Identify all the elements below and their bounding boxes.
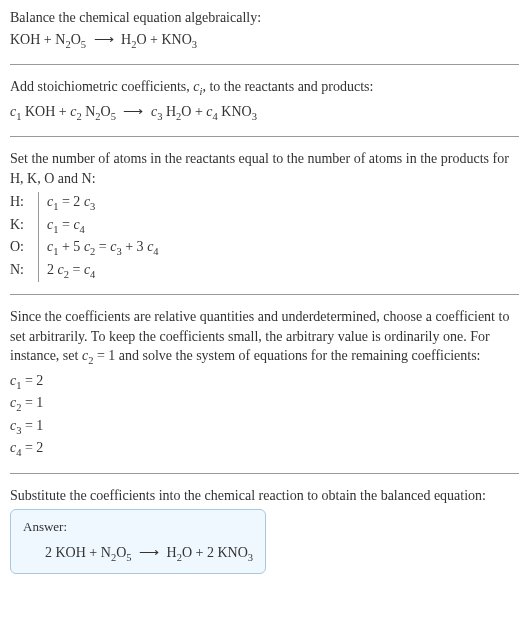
atom-label: H: bbox=[10, 192, 38, 212]
section-solve: Since the coefficients are relative quan… bbox=[10, 307, 519, 461]
arrow-icon: ⟶ bbox=[94, 32, 114, 47]
reactant-1: KOH bbox=[10, 32, 40, 47]
atom-row-O: O: c1 + 5 c2 = c3 + 3 c4 bbox=[10, 237, 519, 259]
atom-row-H: H: c1 = 2 c3 bbox=[10, 192, 519, 214]
balanced-equation: 2 KOH + N2O5 ⟶ H2O + 2 KNO3 bbox=[23, 543, 253, 565]
reactant-2: N2O5 bbox=[101, 545, 132, 560]
section-stoichiometric: Add stoichiometric coefficients, ci, to … bbox=[10, 77, 519, 124]
atom-equation: 2 c2 = c4 bbox=[38, 260, 95, 282]
answer-intro: Substitute the coefficients into the che… bbox=[10, 486, 519, 506]
coeff-c3: c3 = 1 bbox=[10, 416, 519, 438]
product-2: 2 KNO3 bbox=[207, 545, 253, 560]
divider bbox=[10, 64, 519, 65]
answer-box: Answer: 2 KOH + N2O5 ⟶ H2O + 2 KNO3 bbox=[10, 509, 266, 574]
plus: + bbox=[40, 32, 55, 47]
coeff-c2: c2 = 1 bbox=[10, 393, 519, 415]
atom-equation: c1 + 5 c2 = c3 + 3 c4 bbox=[38, 237, 159, 259]
coeff-equation: c1 KOH + c2 N2O5 ⟶ c3 H2O + c4 KNO3 bbox=[10, 102, 519, 124]
problem-intro: Balance the chemical equation algebraica… bbox=[10, 8, 519, 28]
reactant-2: N2O5 bbox=[55, 32, 86, 47]
atom-equations-table: H: c1 = 2 c3 K: c1 = c4 O: c1 + 5 c2 = c… bbox=[10, 192, 519, 282]
plus: + bbox=[147, 32, 162, 47]
section-answer: Substitute the coefficients into the che… bbox=[10, 486, 519, 574]
atom-label: K: bbox=[10, 215, 38, 235]
section-problem: Balance the chemical equation algebraica… bbox=[10, 8, 519, 52]
coefficient-solutions: c1 = 2 c2 = 1 c3 = 1 c4 = 2 bbox=[10, 371, 519, 461]
arrow-icon: ⟶ bbox=[139, 545, 159, 560]
reactant-1: 2 KOH bbox=[45, 545, 86, 560]
solve-intro: Since the coefficients are relative quan… bbox=[10, 307, 519, 369]
unbalanced-equation: KOH + N2O5 ⟶ H2O + KNO3 bbox=[10, 30, 519, 52]
arrow-icon: ⟶ bbox=[123, 104, 143, 119]
divider bbox=[10, 294, 519, 295]
stoich-intro: Add stoichiometric coefficients, ci, to … bbox=[10, 77, 519, 99]
atom-row-K: K: c1 = c4 bbox=[10, 215, 519, 237]
atom-row-N: N: 2 c2 = c4 bbox=[10, 260, 519, 282]
atom-balance-intro: Set the number of atoms in the reactants… bbox=[10, 149, 519, 188]
coeff-c1: c1 = 2 bbox=[10, 371, 519, 393]
answer-label: Answer: bbox=[23, 518, 253, 536]
atom-label: O: bbox=[10, 237, 38, 257]
atom-equation: c1 = c4 bbox=[38, 215, 85, 237]
product-2: KNO3 bbox=[161, 32, 197, 47]
atom-equation: c1 = 2 c3 bbox=[38, 192, 95, 214]
divider bbox=[10, 473, 519, 474]
product-1: H2O bbox=[167, 545, 193, 560]
product-1: H2O bbox=[121, 32, 147, 47]
section-atom-balance: Set the number of atoms in the reactants… bbox=[10, 149, 519, 282]
atom-label: N: bbox=[10, 260, 38, 280]
coeff-c4: c4 = 2 bbox=[10, 438, 519, 460]
divider bbox=[10, 136, 519, 137]
